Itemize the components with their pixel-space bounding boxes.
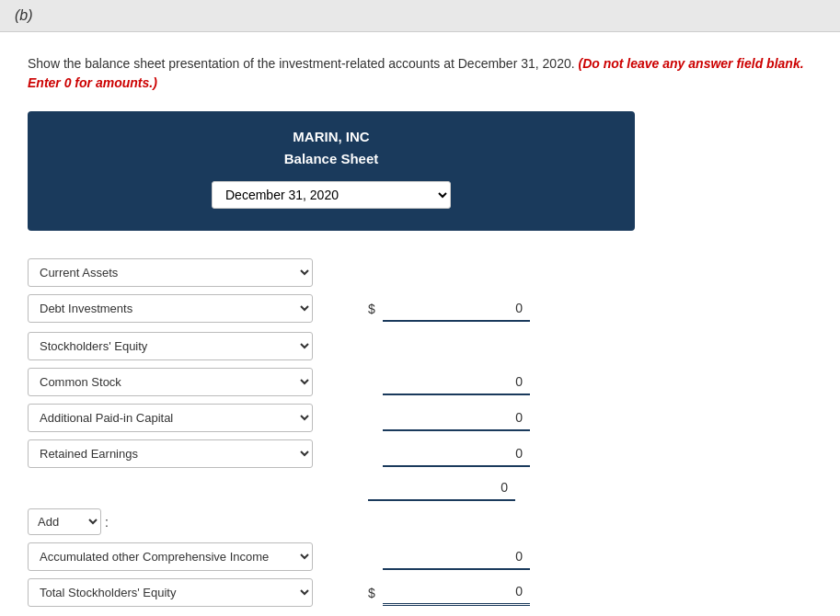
additional-paid-in-select[interactable]: Additional Paid-in Capital — [28, 404, 313, 432]
subtotal-input[interactable] — [368, 475, 515, 501]
row-common-stock: Common Stock $ — [28, 368, 635, 396]
common-stock-input[interactable] — [383, 370, 530, 395]
row-total-stockholders-equity: Total Stockholders' Equity $ — [28, 578, 635, 607]
accumulated-other-select[interactable]: Accumulated other Comprehensive Income — [28, 542, 313, 571]
retained-earnings-input[interactable] — [383, 441, 530, 467]
add-row: Add : — [28, 508, 635, 535]
row-additional-paid-in: Additional Paid-in Capital $ — [28, 404, 635, 432]
common-stock-select[interactable]: Common Stock — [28, 368, 313, 396]
row-debt-investments: Debt Investments $ — [28, 294, 635, 323]
form-section: Current Assets Debt Investments $ Stockh… — [28, 249, 635, 607]
instruction-text: Show the balance sheet presentation of t… — [28, 54, 812, 93]
add-select[interactable]: Add — [28, 508, 101, 535]
total-stockholders-equity-input[interactable] — [383, 579, 530, 606]
row-accumulated-other: Accumulated other Comprehensive Income $ — [28, 542, 635, 571]
total-stockholders-equity-select[interactable]: Total Stockholders' Equity — [28, 578, 313, 607]
row-stockholders-equity: Stockholders' Equity — [28, 332, 635, 360]
retained-earnings-select[interactable]: Retained Earnings — [28, 439, 313, 468]
debt-investments-select[interactable]: Debt Investments — [28, 294, 313, 323]
balance-sheet-container: MARIN, INC Balance Sheet December 31, 20… — [28, 111, 635, 231]
dollar-sign-total: $ — [368, 586, 377, 600]
row-retained-earnings: Retained Earnings $ — [28, 439, 635, 468]
additional-paid-in-input[interactable] — [383, 405, 530, 431]
add-colon: : — [105, 515, 109, 530]
stockholders-equity-select[interactable]: Stockholders' Equity — [28, 332, 313, 360]
date-select[interactable]: December 31, 2020 — [212, 181, 451, 209]
debt-investments-input[interactable] — [383, 296, 530, 322]
dollar-sign-debt: $ — [368, 302, 377, 316]
subtotal-row — [28, 475, 635, 501]
current-assets-select[interactable]: Current Assets — [28, 258, 313, 287]
accumulated-other-input[interactable] — [383, 544, 530, 570]
section-label: (b) — [0, 0, 840, 32]
row-current-assets: Current Assets — [28, 258, 635, 287]
balance-sheet-title: MARIN, INC Balance Sheet — [46, 126, 616, 170]
